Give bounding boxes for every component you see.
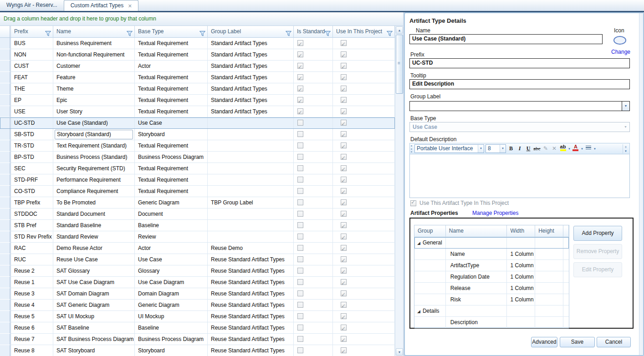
is-standard-checkbox[interactable] — [297, 199, 303, 205]
row-indicator[interactable] — [0, 334, 11, 345]
grid-cell-use-in-project[interactable]: ✓ — [333, 265, 395, 277]
row-indicator[interactable] — [0, 209, 11, 220]
grid-cell-name[interactable]: Security Requirement (STD) — [53, 163, 135, 174]
column-header-is-standard[interactable]: Is Standard — [294, 26, 333, 38]
grid-cell-is-standard[interactable] — [294, 117, 333, 129]
prop-cell-height[interactable] — [535, 237, 563, 249]
grid-cell-name[interactable]: Storyboard (Standard) — [53, 129, 135, 140]
scroll-up-button[interactable]: ▲ — [396, 26, 403, 34]
table-row[interactable]: BP-STDBusiness Process (Standard)Busines… — [0, 152, 395, 163]
grid-cell-name[interactable]: Text Requirement (Standard) — [53, 140, 135, 152]
grid-cell-base-type[interactable]: Baseline — [135, 220, 208, 231]
prop-cell-name[interactable]: Regulation Date — [446, 271, 507, 283]
grid-cell-is-standard[interactable]: ✓ — [294, 61, 333, 72]
use-in-project-checkbox[interactable]: ✓ — [410, 200, 416, 206]
grid-cell-name[interactable]: Reuse Use Case — [53, 254, 135, 265]
grid-cell-prefix[interactable]: Reuse 6 — [11, 322, 53, 334]
grid-cell-name[interactable]: Theme — [53, 83, 135, 95]
grid-cell-use-in-project[interactable]: ✓ — [333, 300, 395, 311]
grid-cell-base-type[interactable]: Textual Requirement — [135, 186, 208, 197]
grid-cell-is-standard[interactable] — [294, 174, 333, 186]
column-header-base-type[interactable]: Base Type — [135, 26, 208, 38]
table-row[interactable]: Reuse 3SAT Domain DiagramDomain DiagramR… — [0, 288, 395, 300]
use-in-project-checkbox[interactable]: ✓ — [341, 290, 347, 296]
table-row[interactable]: THEThemeTextual RequirementStandard Arti… — [0, 83, 395, 95]
grid-cell-use-in-project[interactable]: ✓ — [333, 38, 395, 49]
property-group-row[interactable]: ◢Details — [414, 305, 569, 317]
property-row[interactable]: Name1 Column — [414, 249, 569, 260]
filter-funnel-icon[interactable] — [387, 29, 393, 38]
tooltip-field[interactable]: Edit Description — [409, 79, 630, 89]
grid-cell-prefix[interactable]: RAC — [11, 243, 53, 254]
is-standard-checkbox[interactable] — [297, 177, 303, 183]
prop-cell-height[interactable] — [535, 249, 563, 260]
grid-cell-use-in-project[interactable]: ✓ — [333, 231, 395, 243]
grid-cell-is-standard[interactable] — [294, 186, 333, 197]
grid-cell-name[interactable]: Customer — [53, 61, 135, 72]
chevron-down-icon[interactable]: ▼ — [593, 147, 596, 150]
grid-cell-name[interactable]: Use Case (Standard) — [53, 117, 135, 129]
grid-cell-use-in-project[interactable]: ✓ — [333, 209, 395, 220]
underline-icon[interactable]: U — [525, 145, 532, 153]
table-row[interactable]: Reuse 5SAT UI MockupUI MockupReuse Stand… — [0, 311, 395, 322]
grid-cell-base-type[interactable]: Generic Diagram — [135, 197, 208, 209]
table-row[interactable]: USEUser StoryTextual RequirementStandard… — [0, 106, 395, 117]
use-in-project-checkbox[interactable]: ✓ — [341, 108, 347, 114]
grid-cell-group-label[interactable] — [208, 129, 294, 140]
use-in-project-checkbox[interactable]: ✓ — [341, 120, 347, 126]
grid-cell-is-standard[interactable] — [294, 152, 333, 163]
grid-cell-is-standard[interactable] — [294, 311, 333, 322]
is-standard-checkbox[interactable]: ✓ — [297, 63, 303, 69]
grid-cell-group-label[interactable]: Standard Artifact Types — [208, 83, 294, 95]
is-standard-checkbox[interactable]: ✓ — [297, 86, 303, 92]
grid-cell-group-label[interactable]: Reuse Standard Artifact Types — [208, 300, 294, 311]
row-indicator[interactable] — [0, 61, 11, 72]
grid-cell-group-label[interactable]: Reuse Standard Artifact Types — [208, 288, 294, 300]
grid-cell-base-type[interactable]: Generic Diagram — [135, 300, 208, 311]
grid-cell-base-type[interactable]: Textual Requirement — [135, 49, 208, 61]
grid-cell-name[interactable]: SAT Glossary — [53, 265, 135, 277]
row-indicator[interactable] — [0, 311, 11, 322]
column-header-use-in-this-project[interactable]: Use In This Project — [333, 26, 395, 38]
grid-cell-use-in-project[interactable]: ✓ — [333, 254, 395, 265]
grid-cell-name[interactable]: SAT Domain Diagram — [53, 288, 135, 300]
grid-cell-base-type[interactable]: Textual Requirement — [135, 38, 208, 49]
grid-cell-use-in-project[interactable]: ✓ — [333, 140, 395, 152]
prop-cell-name[interactable]: Name — [446, 249, 507, 260]
grid-cell-is-standard[interactable]: ✓ — [294, 49, 333, 61]
prop-cell-width[interactable]: 1 Column — [507, 249, 535, 260]
prop-cell-name[interactable]: ArtifactType — [446, 260, 507, 271]
grid-cell-is-standard[interactable] — [294, 288, 333, 300]
prop-cell-width[interactable] — [507, 305, 535, 317]
grid-cell-prefix[interactable]: Reuse 8 — [11, 345, 53, 356]
grid-cell-name[interactable]: SAT UI Mockup — [53, 311, 135, 322]
is-standard-checkbox[interactable] — [297, 325, 303, 331]
prop-cell-height[interactable] — [535, 317, 563, 328]
grid-cell-use-in-project[interactable]: ✓ — [333, 345, 395, 356]
strikethrough-icon[interactable]: abc — [533, 145, 541, 153]
table-row[interactable]: Reuse 8SAT StoryboardStoryboardReuse Sta… — [0, 345, 395, 356]
row-indicator[interactable] — [0, 163, 11, 174]
grid-cell-is-standard[interactable] — [294, 140, 333, 152]
group-label-combo[interactable]: ▼ — [409, 101, 630, 111]
table-row[interactable]: SB-STDStoryboard (Standard)Storyboard✓ — [0, 129, 395, 140]
prop-cell-height[interactable] — [535, 305, 563, 317]
prop-cell-name[interactable] — [446, 237, 507, 249]
chevron-down-icon[interactable]: ▼ — [622, 102, 629, 111]
grid-cell-group-label[interactable]: Standard Artifact Types — [208, 106, 294, 117]
use-in-project-checkbox[interactable]: ✓ — [341, 40, 347, 46]
row-indicator[interactable] — [0, 174, 11, 186]
grid-cell-is-standard[interactable] — [294, 265, 333, 277]
grid-cell-is-standard[interactable] — [294, 163, 333, 174]
grid-cell-base-type[interactable]: Textual Requirement — [135, 163, 208, 174]
grid-cell-name[interactable]: Standard Document — [53, 209, 135, 220]
grid-cell-prefix[interactable]: BP-STD — [11, 152, 53, 163]
table-row[interactable]: TBP PrefixTo Be PromotedGeneric DiagramT… — [0, 197, 395, 209]
filter-funnel-icon[interactable] — [127, 29, 133, 38]
grid-cell-prefix[interactable]: Reuse 7 — [11, 334, 53, 345]
grid-cell-group-label[interactable] — [208, 163, 294, 174]
is-standard-checkbox[interactable]: ✓ — [297, 51, 303, 57]
grid-cell-prefix[interactable]: BUS — [11, 38, 53, 49]
grid-cell-use-in-project[interactable]: ✓ — [333, 129, 395, 140]
use-in-project-checkbox[interactable]: ✓ — [341, 131, 347, 137]
